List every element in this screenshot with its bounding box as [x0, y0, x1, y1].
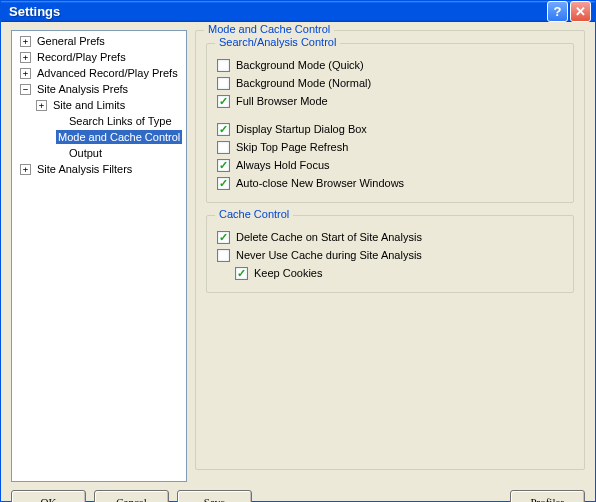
- checkbox-label: Keep Cookies: [254, 267, 323, 279]
- checkbox-bg-quick[interactable]: Background Mode (Quick): [217, 56, 563, 74]
- plus-icon[interactable]: +: [20, 52, 31, 63]
- checkbox-full-browser[interactable]: Full Browser Mode: [217, 92, 563, 110]
- tree-item-output[interactable]: Output: [12, 145, 186, 161]
- checkbox-icon[interactable]: [217, 231, 230, 244]
- checkbox-icon[interactable]: [217, 123, 230, 136]
- checkbox-icon[interactable]: [217, 77, 230, 90]
- titlebar: Settings ? ✕: [1, 1, 595, 22]
- save-button[interactable]: Save: [177, 490, 252, 502]
- checkbox-icon[interactable]: [235, 267, 248, 280]
- tree-item-site-and-limits[interactable]: +Site and Limits: [12, 97, 186, 113]
- search-analysis-legend: Search/Analysis Control: [215, 36, 340, 48]
- checkbox-skip-refresh[interactable]: Skip Top Page Refresh: [217, 138, 563, 156]
- close-button[interactable]: ✕: [570, 1, 591, 22]
- tree-panel: +General Prefs +Record/Play Prefs +Advan…: [11, 30, 187, 482]
- plus-icon[interactable]: +: [36, 100, 47, 111]
- checkbox-label: Skip Top Page Refresh: [236, 141, 348, 153]
- checkbox-keep-cookies[interactable]: Keep Cookies: [217, 264, 563, 282]
- tree-item-site-analysis-prefs[interactable]: −Site Analysis Prefs: [12, 81, 186, 97]
- tree-item-search-links-of-type[interactable]: Search Links of Type: [12, 113, 186, 129]
- help-button[interactable]: ?: [547, 1, 568, 22]
- tree-item-general-prefs[interactable]: +General Prefs: [12, 33, 186, 49]
- tree-item-advanced-record-play-prefs[interactable]: +Advanced Record/Play Prefs: [12, 65, 186, 81]
- mode-cache-legend: Mode and Cache Control: [204, 23, 334, 35]
- plus-icon[interactable]: +: [20, 164, 31, 175]
- checkbox-icon[interactable]: [217, 159, 230, 172]
- checkbox-delete-cache[interactable]: Delete Cache on Start of Site Analysis: [217, 228, 563, 246]
- checkbox-never-cache[interactable]: Never Use Cache during Site Analysis: [217, 246, 563, 264]
- checkbox-label: Always Hold Focus: [236, 159, 330, 171]
- plus-icon[interactable]: +: [20, 36, 31, 47]
- checkbox-auto-close[interactable]: Auto-close New Browser Windows: [217, 174, 563, 192]
- plus-icon[interactable]: +: [20, 68, 31, 79]
- checkbox-label: Background Mode (Normal): [236, 77, 371, 89]
- checkbox-bg-normal[interactable]: Background Mode (Normal): [217, 74, 563, 92]
- content-area: +General Prefs +Record/Play Prefs +Advan…: [1, 22, 595, 486]
- checkbox-icon[interactable]: [217, 95, 230, 108]
- checkbox-label: Never Use Cache during Site Analysis: [236, 249, 422, 261]
- minus-icon[interactable]: −: [20, 84, 31, 95]
- checkbox-icon[interactable]: [217, 249, 230, 262]
- tree-item-record-play-prefs[interactable]: +Record/Play Prefs: [12, 49, 186, 65]
- tree-item-mode-and-cache-control[interactable]: Mode and Cache Control: [12, 129, 186, 145]
- search-analysis-group: Search/Analysis Control Background Mode …: [206, 43, 574, 203]
- cache-control-legend: Cache Control: [215, 208, 293, 220]
- checkbox-label: Auto-close New Browser Windows: [236, 177, 404, 189]
- checkbox-hold-focus[interactable]: Always Hold Focus: [217, 156, 563, 174]
- tree-item-site-analysis-filters[interactable]: +Site Analysis Filters: [12, 161, 186, 177]
- profiles-button[interactable]: Profiles: [510, 490, 585, 502]
- button-bar: OK Cancel Save Profiles: [1, 486, 595, 502]
- checkbox-display-startup[interactable]: Display Startup Dialog Box: [217, 120, 563, 138]
- ok-button[interactable]: OK: [11, 490, 86, 502]
- checkbox-label: Background Mode (Quick): [236, 59, 364, 71]
- checkbox-icon[interactable]: [217, 141, 230, 154]
- cache-control-group: Cache Control Delete Cache on Start of S…: [206, 215, 574, 293]
- checkbox-label: Display Startup Dialog Box: [236, 123, 367, 135]
- window-title: Settings: [5, 4, 545, 19]
- checkbox-label: Full Browser Mode: [236, 95, 328, 107]
- mode-cache-group: Mode and Cache Control Search/Analysis C…: [195, 30, 585, 470]
- checkbox-icon[interactable]: [217, 177, 230, 190]
- settings-tree[interactable]: +General Prefs +Record/Play Prefs +Advan…: [12, 33, 186, 177]
- cancel-button[interactable]: Cancel: [94, 490, 169, 502]
- checkbox-icon[interactable]: [217, 59, 230, 72]
- main-panel: Mode and Cache Control Search/Analysis C…: [195, 30, 585, 482]
- settings-window: Settings ? ✕ +General Prefs +Record/Play…: [0, 0, 596, 502]
- checkbox-label: Delete Cache on Start of Site Analysis: [236, 231, 422, 243]
